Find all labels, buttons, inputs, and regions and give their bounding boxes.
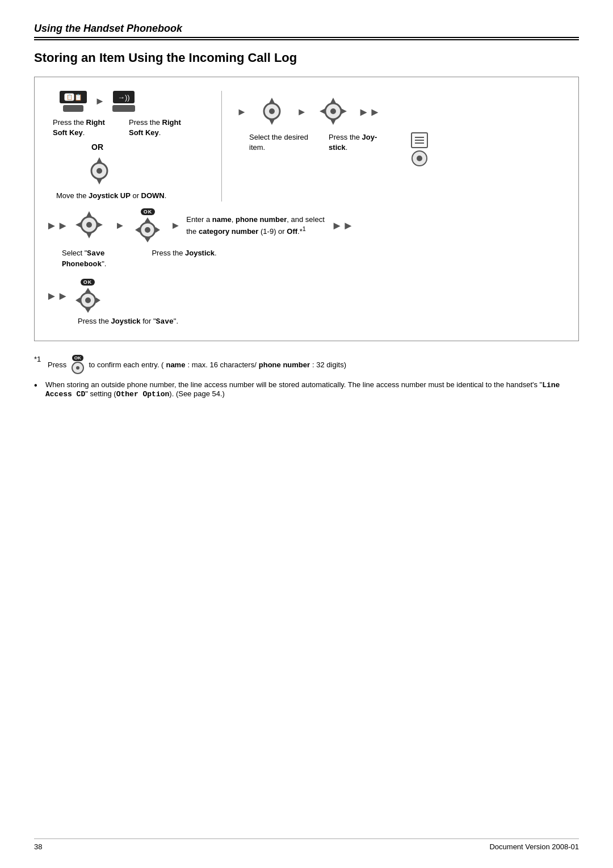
svg-marker-32: [75, 297, 80, 303]
diagram-box: 📋 📋 ► →)) Press the RightSoft Key. Press…: [34, 77, 579, 341]
joystick-phonebook-icon: [74, 210, 104, 241]
menu-button-circle: [410, 149, 429, 169]
footnote-1-num: *1: [34, 355, 48, 363]
svg-marker-25: [145, 238, 150, 242]
ok-joystick-icon: OK: [134, 208, 161, 244]
softkey1-icon: 📋 📋: [60, 91, 87, 103]
arrow-double-1: ►►: [358, 106, 381, 119]
svg-marker-30: [85, 288, 91, 292]
page-footer: 38 Document Version 2008-01: [34, 838, 579, 851]
svg-marker-33: [96, 297, 100, 303]
select-label: Select the desireditem.: [249, 132, 308, 169]
footnote-2: • When storing an outside phone number, …: [34, 380, 579, 399]
section-title: Storing an Item Using the Incoming Call …: [34, 51, 579, 65]
or-label: OR: [91, 142, 205, 152]
select-phonebook-label: Select "SavePhonebook".: [62, 248, 106, 270]
softkey-row: 📋 📋 ► →)): [46, 91, 205, 112]
joystick-select-icon: [258, 97, 285, 128]
svg-point-5: [96, 168, 102, 174]
press-joystick-label: Press the Joy-stick.: [329, 132, 377, 169]
double-arrow-left-2: ►►: [46, 219, 69, 232]
joystick-press-icon: [318, 97, 348, 128]
bullet-icon: •: [34, 380, 45, 391]
svg-point-29: [145, 227, 150, 233]
arrow-select: ►: [237, 106, 247, 118]
svg-marker-26: [135, 227, 140, 233]
svg-point-37: [76, 366, 79, 370]
softkey2-icon: →)): [113, 91, 135, 103]
enter-name-label: Enter a name, phone number, and select t…: [186, 215, 325, 237]
footnote-1-text: Press OK to confirm each entry. (name: m…: [48, 355, 346, 375]
svg-point-9: [269, 108, 275, 114]
double-arrow-right-2: ►►: [331, 219, 354, 232]
joystick-label: Move the Joystick UP or DOWN.: [56, 191, 205, 201]
arrow-3: ►: [115, 220, 125, 232]
softkey2-button: [112, 105, 135, 112]
svg-marker-24: [145, 217, 150, 222]
softkey1-button: [63, 105, 83, 112]
footnote-section: *1 Press OK to confirm each entry. (name…: [34, 355, 579, 399]
page-number: 38: [34, 842, 42, 851]
svg-point-17: [417, 156, 422, 161]
svg-point-35: [85, 297, 91, 303]
double-arrow-left-3: ►►: [46, 290, 69, 303]
header-rule: [34, 37, 579, 40]
press-save-label: Press the Joystick for "Save".: [78, 316, 567, 327]
svg-marker-27: [156, 227, 160, 233]
joystick-updown-icon: [86, 156, 113, 187]
arrow-4: ►: [170, 220, 180, 232]
footnote-1: *1 Press OK to confirm each entry. (name…: [34, 355, 579, 375]
page-title: Using the Handset Phonebook: [34, 23, 579, 35]
arrow-press: ►: [297, 106, 307, 118]
arrow-1: ►: [95, 95, 105, 107]
softkey2-label: Press the RightSoft Key.: [129, 118, 181, 138]
menu-icon: [411, 132, 428, 148]
svg-point-23: [86, 222, 92, 228]
footnote-2-text: When storing an outside phone number, th…: [45, 380, 579, 399]
svg-point-15: [330, 108, 336, 114]
svg-text:📋: 📋: [66, 94, 73, 100]
svg-marker-31: [85, 308, 91, 313]
softkey1-label: Press the RightSoft Key.: [53, 118, 115, 138]
ok-joystick-save-icon: OK: [74, 279, 102, 314]
press-joystick-label2: Press the Joystick.: [152, 248, 216, 270]
document-version: Document Version 2008-01: [489, 842, 579, 851]
